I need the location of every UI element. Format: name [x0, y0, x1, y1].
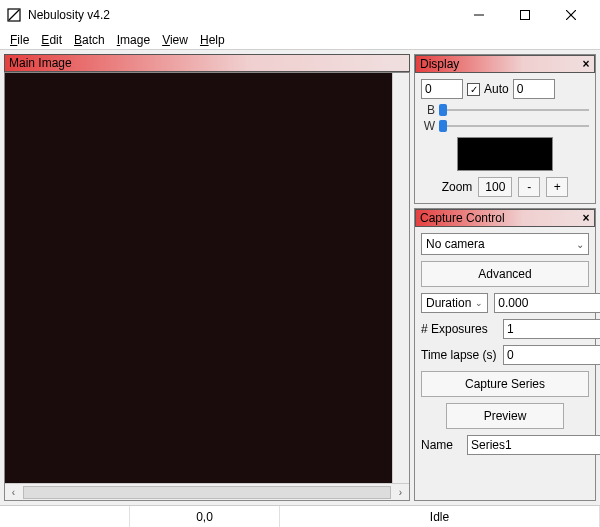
- svg-rect-3: [521, 11, 530, 20]
- menubar: File Edit Batch Image View Help: [0, 30, 600, 50]
- display-panel-close-icon[interactable]: ×: [578, 57, 594, 71]
- capture-control-panel: Capture Control × No camera ⌄ Advanced D…: [414, 208, 596, 501]
- name-label: Name: [421, 438, 461, 452]
- chevron-down-icon: ⌄: [475, 298, 483, 308]
- main-image-titlebar: Main Image: [4, 54, 410, 72]
- capture-series-button[interactable]: Capture Series: [421, 371, 589, 397]
- timelapse-label: Time lapse (s): [421, 348, 497, 362]
- status-coords: 0,0: [130, 506, 280, 527]
- window-titlebar: Nebulosity v4.2: [0, 0, 600, 30]
- auto-label: Auto: [484, 82, 509, 96]
- scroll-left-icon[interactable]: ‹: [5, 487, 22, 498]
- zoom-value-button[interactable]: 100: [478, 177, 512, 197]
- menu-edit[interactable]: Edit: [35, 33, 68, 47]
- horizontal-scrollbar[interactable]: ‹ ›: [5, 483, 409, 500]
- display-panel-title: Display: [420, 57, 459, 71]
- w-slider-label: W: [421, 119, 435, 133]
- status-state: Idle: [280, 506, 600, 527]
- exposures-input[interactable]: [503, 319, 600, 339]
- app-icon: [6, 7, 22, 23]
- scroll-right-icon[interactable]: ›: [392, 487, 409, 498]
- b-slider-thumb[interactable]: [439, 104, 447, 116]
- chevron-down-icon: ⌄: [576, 239, 584, 250]
- display-panel-titlebar: Display ×: [415, 55, 595, 73]
- main-image-title: Main Image: [9, 56, 72, 70]
- window-close-button[interactable]: [548, 0, 594, 30]
- statusbar: 0,0 Idle: [0, 505, 600, 527]
- exposures-label: # Exposures: [421, 322, 497, 336]
- vertical-scrollbar[interactable]: [392, 73, 409, 483]
- display-panel: Display × ✓ Auto B W: [414, 54, 596, 204]
- b-slider-label: B: [421, 103, 435, 117]
- w-slider-thumb[interactable]: [439, 120, 447, 132]
- b-slider[interactable]: [439, 103, 589, 117]
- name-input[interactable]: [467, 435, 600, 455]
- menu-batch[interactable]: Batch: [68, 33, 111, 47]
- menu-image[interactable]: Image: [111, 33, 156, 47]
- workspace: Main Image ‹ › Display ×: [0, 50, 600, 505]
- black-level-input[interactable]: [421, 79, 463, 99]
- window-maximize-button[interactable]: [502, 0, 548, 30]
- camera-select[interactable]: No camera ⌄: [421, 233, 589, 255]
- w-slider[interactable]: [439, 119, 589, 133]
- menu-help[interactable]: Help: [194, 33, 231, 47]
- main-image-panel: Main Image ‹ ›: [4, 54, 410, 501]
- window-minimize-button[interactable]: [456, 0, 502, 30]
- menu-file[interactable]: File: [4, 33, 35, 47]
- menu-view[interactable]: View: [156, 33, 194, 47]
- duration-label: Duration: [426, 296, 471, 310]
- capture-panel-title: Capture Control: [420, 211, 505, 225]
- svg-line-1: [9, 10, 19, 20]
- capture-panel-close-icon[interactable]: ×: [578, 211, 594, 225]
- white-level-input[interactable]: [513, 79, 555, 99]
- camera-select-value: No camera: [426, 237, 576, 251]
- zoom-label: Zoom: [442, 180, 473, 194]
- duration-select[interactable]: Duration ⌄: [421, 293, 488, 313]
- advanced-button[interactable]: Advanced: [421, 261, 589, 287]
- capture-panel-titlebar: Capture Control ×: [415, 209, 595, 227]
- status-cell-1: [0, 506, 130, 527]
- timelapse-input[interactable]: [503, 345, 600, 365]
- image-canvas[interactable]: [5, 73, 392, 483]
- scroll-track[interactable]: [23, 486, 391, 499]
- window-title: Nebulosity v4.2: [28, 8, 456, 22]
- zoom-out-button[interactable]: -: [518, 177, 540, 197]
- zoom-in-button[interactable]: +: [546, 177, 568, 197]
- preview-button[interactable]: Preview: [446, 403, 564, 429]
- duration-input[interactable]: [494, 293, 600, 313]
- auto-checkbox[interactable]: ✓: [467, 83, 480, 96]
- histogram-preview: [457, 137, 553, 171]
